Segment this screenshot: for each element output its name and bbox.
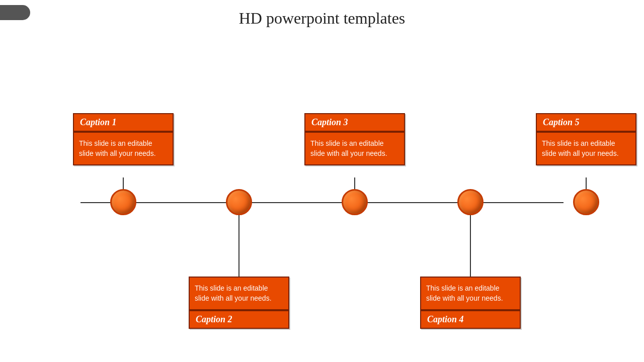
timeline-line: [80, 202, 564, 203]
caption-label-2: Caption 2: [189, 310, 289, 329]
decorative-tab: [0, 5, 30, 20]
vline-5: [586, 177, 587, 189]
caption-label-4: Caption 4: [420, 310, 521, 329]
vline-2: [238, 215, 239, 277]
timeline-node-1: [110, 189, 136, 215]
caption-label-1: Caption 1: [73, 113, 174, 132]
caption-body-1: This slide is an editable slide with all…: [73, 132, 174, 165]
page-title: HD powerpoint templates: [0, 0, 644, 28]
caption-label-3: Caption 3: [304, 113, 405, 132]
vline-4: [470, 215, 471, 277]
caption-group-5: Caption 5 This slide is an editable slid…: [536, 113, 636, 165]
caption-group-3: Caption 3 This slide is an editable slid…: [304, 113, 405, 165]
timeline-node-4: [457, 189, 484, 215]
caption-body-4: This slide is an editable slide with all…: [420, 277, 521, 310]
caption-body-3: This slide is an editable slide with all…: [304, 132, 405, 165]
caption-body-2: This slide is an editable slide with all…: [189, 277, 289, 310]
timeline-node-2: [226, 189, 252, 215]
caption-group-1: Caption 1 This slide is an editable slid…: [73, 113, 174, 165]
timeline-node-3: [342, 189, 368, 215]
vline-1: [123, 177, 124, 189]
caption-group-2: This slide is an editable slide with all…: [189, 277, 289, 329]
caption-body-5: This slide is an editable slide with all…: [536, 132, 636, 165]
caption-group-4: This slide is an editable slide with all…: [420, 277, 521, 329]
vline-3: [354, 177, 355, 189]
timeline-area: Caption 1 This slide is an editable slid…: [30, 45, 614, 347]
caption-label-5: Caption 5: [536, 113, 636, 132]
timeline-node-5: [573, 189, 599, 215]
